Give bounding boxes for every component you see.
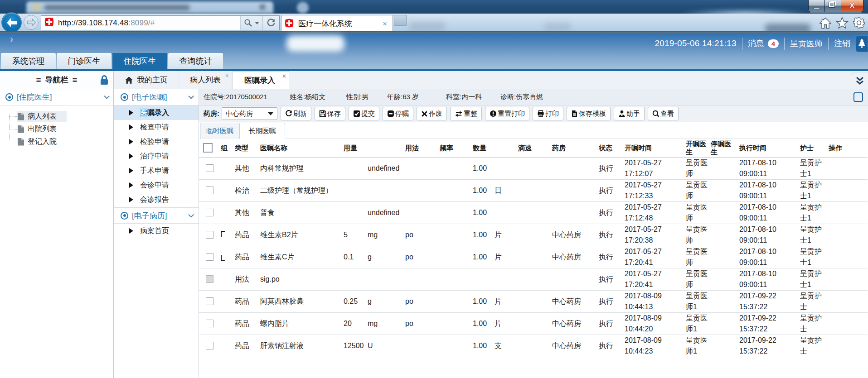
col-header: 用量 [342,139,403,157]
new-tab-button[interactable] [394,15,407,26]
workspace-tab[interactable]: 医嘱录入× [232,71,289,89]
header-collapse-chevron-icon[interactable]: › [10,33,13,45]
home-icon[interactable] [819,17,832,29]
toolbar-button-reset-print[interactable]: 重置打印 [485,107,529,120]
tabs-collapse-button[interactable] [851,72,868,89]
row-checkbox[interactable] [206,253,213,261]
messages-link[interactable]: 消息 4 [748,38,779,49]
current-user-link[interactable]: 呈贡医师 [790,38,823,49]
address-bar[interactable]: http://39.108.174.48:8099/# [41,15,280,30]
tab-close-icon[interactable]: × [225,72,229,79]
select-all-checkbox[interactable] [203,143,213,153]
row-checkbox[interactable] [206,231,213,239]
cell-dose [342,179,366,201]
nav-tab[interactable]: 门诊医生 [57,53,112,69]
pharmacy-select[interactable]: 中心药房 [222,107,277,120]
nav-tab[interactable]: 系统管理 [1,53,56,69]
menu-item[interactable]: 会诊报告 [114,192,199,207]
toolbar-button-stop-order[interactable]: 停嘱 [383,107,413,120]
chevron-down-icon[interactable] [188,212,194,218]
patient-bar-checkbox[interactable] [853,92,863,102]
cell-start-time: 2017-05-27 17:20:41 [623,246,684,268]
cell-status: 执行 [597,157,623,179]
toolbar-button-print[interactable]: 打印 [533,107,563,120]
menu-item[interactable]: 手术申请 [114,163,199,178]
logout-link[interactable]: 注销 [834,38,850,49]
browser-forward-button[interactable] [24,15,39,30]
nav-tab[interactable]: 查询统计 [168,53,223,69]
menu-item[interactable]: 检验申请 [114,134,199,149]
select-all-header [199,139,219,157]
nav-tab[interactable]: 住院医生 [112,53,167,69]
search-dropdown-caret-icon[interactable] [255,22,259,24]
home-icon [125,77,133,84]
menu-item-label: 医嘱录入 [140,108,169,118]
order-type-tab[interactable]: 临时医嘱 [200,123,239,139]
row-checkbox[interactable] [206,187,213,194]
order-type-tab[interactable]: 长期医嘱 [239,123,285,139]
window-minimize-button[interactable] [809,0,825,12]
toolbar-button-assistant[interactable]: 助手 [614,107,645,120]
cell-type: 药品 [233,224,258,246]
menu-item[interactable]: 检查申请 [114,120,199,134]
order-row: 药品维生素C片0.1gpo1.00片中心药房执行2017-05-27 17:20… [199,246,868,268]
tab-close-icon[interactable]: × [282,73,286,79]
cell-nurse: 呈贡护士1 [798,224,827,246]
toolbar-button-void[interactable]: 作废 [417,107,447,120]
row-checkbox[interactable] [206,297,213,305]
settings-gear-icon[interactable] [853,17,865,29]
row-checkbox[interactable] [206,320,213,327]
sidebar-tree-item[interactable]: 登记入院 [0,135,113,148]
favorites-star-icon[interactable] [836,17,849,29]
sidebar-tree-item[interactable]: 病人列表 [0,110,113,123]
toolbar-button-save-template[interactable]: 保存模板 [567,107,611,120]
url-text[interactable]: http://39.108.174.48:8099/# [58,19,155,28]
order-row: 药品肝素钠注射液12500U1.00支中心药房执行2017-08-09 10:4… [199,335,868,357]
toolbar-button-save[interactable]: 保存 [315,107,345,120]
cell-freq [438,179,471,201]
toolbar-button-refresh[interactable]: 刷新 [281,107,311,120]
workspace-tab[interactable]: 我的主页 [114,71,179,89]
cell-op [827,157,868,179]
cell-start-doctor: 呈贡医师 [684,201,709,224]
menu-item[interactable]: 会诊申请 [114,178,199,192]
menu-item[interactable]: 病案首页 [114,224,199,238]
cell-op [827,312,868,335]
cell-freq [438,246,471,268]
sidebar-section-inpatient-doctor[interactable]: [住院医生] [0,89,113,105]
tab-close-icon[interactable]: × [383,20,387,28]
search-button[interactable] [241,16,262,30]
toolbar-button-rearrange[interactable]: 重整 [450,107,482,120]
chevron-down-icon[interactable] [188,93,194,99]
order-row-select-cell [199,224,219,246]
window-restore-button[interactable] [825,0,841,12]
menu-item-label: 手术申请 [140,166,169,176]
cell-nurse: 呈贡护士1 [798,157,827,179]
order-type-tabs: 临时医嘱长期医嘱 [199,122,868,139]
row-checkbox[interactable] [206,209,213,216]
browser-back-button[interactable] [1,12,22,33]
cell-op [827,201,868,224]
cell-name: 阿莫西林胶囊 [258,290,342,312]
row-checkbox[interactable] [206,342,213,349]
save-template-icon [571,110,578,117]
menu-section-header[interactable]: [电子医嘱] [114,89,199,105]
notification-tree-button[interactable] [856,35,868,52]
browser-tab-medical-system[interactable]: 医疗一体化系统 × [281,15,393,32]
row-checkbox[interactable] [206,164,213,172]
toolbar-button-view[interactable]: 查看 [648,107,679,120]
refresh-page-button[interactable] [263,16,279,30]
cell-exec-time: 2017-09-22 15:37:22 [737,290,798,312]
col-header: 药房 [550,139,597,157]
sidebar-tree-item[interactable]: 出院列表 [0,123,113,135]
window-close-button[interactable]: X [841,0,863,12]
lock-icon[interactable] [101,75,108,85]
chevron-down-icon[interactable] [104,93,110,99]
workspace-tab[interactable]: 病人列表× [179,71,232,89]
group-end-bracket-icon [221,255,225,261]
menu-item[interactable]: 医嘱录入 [114,105,199,120]
menu-item[interactable]: 治疗申请 [114,149,199,163]
menu-section-header[interactable]: [电子病历] [114,207,199,224]
toolbar-button-submit[interactable]: 提交 [349,107,379,120]
cell-usage [403,179,438,201]
